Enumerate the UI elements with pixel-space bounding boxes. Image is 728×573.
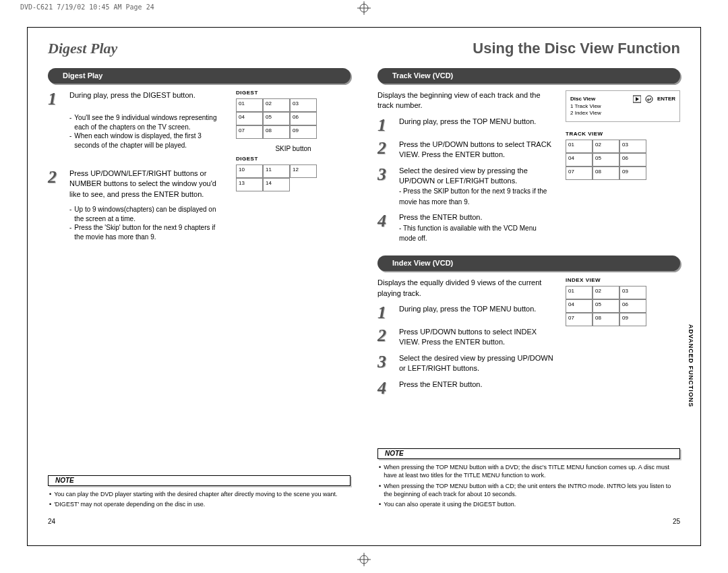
page-left: Digest Play Digest Play 1 During play, p… [48,41,351,525]
grid-label: DIGEST [236,156,351,162]
grid-cell: 07 [566,313,593,326]
grid-cell: 14 [263,178,290,191]
grid-cell: 09 [619,167,646,180]
step-number: 2 [48,169,64,200]
step-1-notes: -You'll see the 9 individual windows rep… [69,113,224,150]
grid-cell: 04 [566,153,593,167]
page-title-right: Using the Disc View Function [377,41,680,56]
b-step-4: 4Press the ENTER button. [377,380,553,397]
grid-cell: 09 [619,313,646,326]
step-text: During play, press the DIGEST button. [69,90,195,108]
grid-cell: 07 [566,167,593,180]
grid-cell: 05 [593,299,619,313]
section-intro: Displays the equally divided 9 views of … [377,278,553,299]
a-step-2: 2Press the UP/DOWN buttons to select TRA… [377,140,553,160]
spine-label: ADVANCED FUNCTIONS [688,324,694,407]
section-pill-trackview: Track View (VCD) [377,68,680,84]
grid-cell: 06 [290,112,317,125]
grid-cell: 10 [236,164,263,178]
enter-icon [645,95,653,103]
step-number: 1 [48,90,64,108]
note-heading: NOTE [377,448,680,459]
grid-cell: 06 [619,153,646,167]
note-list-right: •When pressing the TOP MENU button with … [377,463,680,510]
grid-cell: 05 [263,112,290,125]
trackview-grid: 01 02 03 04 05 06 07 08 09 [566,140,680,180]
svg-marker-7 [636,97,639,101]
grid-cell: 05 [593,153,619,167]
grid-cell: 03 [619,140,646,153]
grid-cell: 08 [593,167,619,180]
grid-cell: 04 [236,112,263,125]
a-step-1: 1During play, press the TOP MENU button. [377,117,553,134]
digest-grid-1: 01 02 03 04 05 06 07 08 09 [236,98,351,139]
b-step-1: 1During play, press the TOP MENU button. [377,304,553,322]
crop-mark-top [355,1,373,15]
grid-cell: 01 [566,286,593,299]
grid-cell: 01 [236,98,263,112]
grid-cell: 01 [566,140,593,153]
digest-grid-2: 10 11 12 13 14 [236,164,351,191]
b-step-3: 3Select the desired view by pressing UP/… [377,353,553,374]
step-2: 2 Press UP/DOWN/LEFT/RIGHT buttons or NU… [48,169,224,200]
grid-cell: 04 [566,299,593,313]
grid-label: INDEX VIEW [566,278,680,283]
grid-cell: 02 [593,286,619,299]
grid-cell: 11 [263,164,290,178]
skip-button-label: SKIP button [236,146,351,152]
note-heading: NOTE [48,475,351,486]
grid-cell: 13 [236,178,263,191]
step-2-notes: -Up to 9 windows(chapters) can be displa… [69,205,224,241]
note-list-left: •You can play the DVD player starting wi… [48,490,351,510]
grid-cell: 06 [619,299,646,313]
step-1: 1 During play, press the DIGEST button. [48,90,224,108]
step-text: Press UP/DOWN/LEFT/RIGHT buttons or NUMB… [69,169,224,200]
grid-cell: 12 [290,164,317,178]
grid-cell: 08 [263,125,290,139]
grid-cell: 02 [263,98,290,112]
grid-cell: 02 [593,140,619,153]
crop-mark-bottom [355,553,373,566]
indexview-grid: 01 02 03 04 05 06 07 08 09 [566,286,680,326]
svg-point-8 [646,96,653,102]
section-pill-indexview: Index View (VCD) [377,255,680,271]
grid-label: DIGEST [236,90,351,96]
grid-cell: 03 [619,286,646,299]
page-right: Using the Disc View Function Track View … [377,41,680,525]
grid-cell: 09 [290,125,317,139]
grid-cell: 08 [593,313,619,326]
play-icon [633,95,641,103]
page-title-left: Digest Play [48,41,351,56]
print-header: DVD-C621 7/19/02 10:45 AM Page 24 [20,4,154,11]
page-frame: Digest Play Digest Play 1 During play, p… [27,27,701,546]
grid-label: TRACK VIEW [566,131,680,137]
page-number-left: 24 [48,518,351,525]
section-pill-digest: Digest Play [48,68,351,84]
page-number-right: 25 [377,518,680,525]
b-step-2: 2Press UP/DOWN buttons to select INDEX V… [377,327,553,348]
section-intro: Displays the beginning view of each trac… [377,90,553,111]
osd-disc-view: Disc View ENTER 1 Track View 2 Index Vie… [566,90,680,122]
a-step-3: 3Select the desired view by pressing the… [377,166,553,208]
grid-cell: 03 [290,98,317,112]
a-step-4: 4Press the ENTER button.- This function … [377,212,553,243]
grid-cell: 07 [236,125,263,139]
